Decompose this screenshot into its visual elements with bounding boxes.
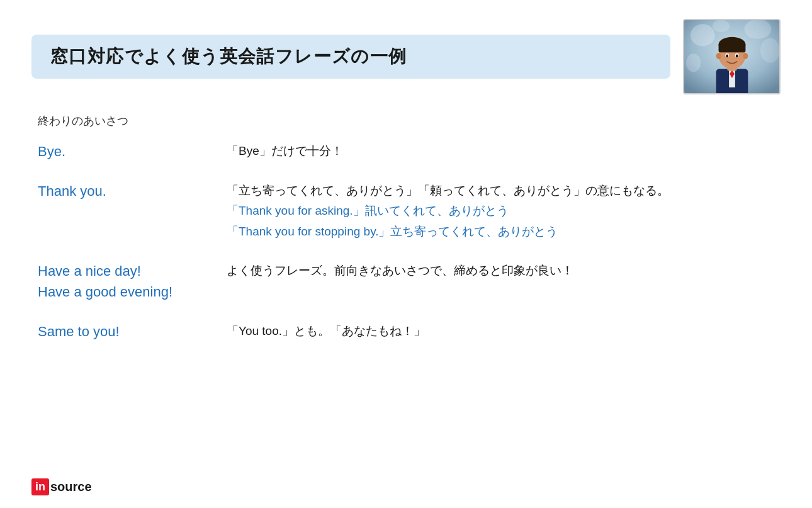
svg-point-4 [686, 54, 701, 72]
svg-point-2 [744, 20, 771, 39]
title-box: 窓口対応でよく使う英会話フレーズの一例 [31, 35, 670, 79]
content-area: Bye. 「Bye」だけで十分！ Thank you. 「立ち寄ってくれて、あり… [38, 141, 781, 342]
svg-point-17 [716, 53, 721, 59]
svg-rect-12 [719, 43, 746, 53]
phrase-english-bye: Bye. [38, 141, 227, 162]
phrase-row-thankyou: Thank you. 「立ち寄ってくれて、ありがとう」「頼ってくれて、ありがとう… [38, 181, 781, 242]
bottom-logo: in source [31, 478, 92, 495]
phrase-row-sametoyou: Same to you! 「You too.」とも。「あなたもね！」 [38, 321, 781, 342]
phrase-english-niceday: Have a nice day!Have a good evening! [38, 261, 227, 302]
logo-source: source [50, 480, 92, 494]
svg-point-15 [726, 55, 728, 58]
phrase-thankyou-line3: 「Thank you for stopping by.」立ち寄ってくれて、ありが… [227, 225, 558, 238]
phrase-japanese-bye: 「Bye」だけで十分！ [227, 141, 781, 161]
svg-point-5 [713, 20, 730, 32]
phrase-row-niceday: Have a nice day!Have a good evening! よく使… [38, 261, 781, 302]
section-label: 終わりのあいさつ [38, 113, 781, 128]
logo-in: in [31, 478, 49, 495]
avatar-image [684, 20, 779, 93]
phrase-english-thankyou: Thank you. [38, 181, 227, 201]
svg-point-3 [760, 38, 779, 63]
avatar-box [683, 19, 781, 94]
phrase-english-sametoyou: Same to you! [38, 321, 227, 342]
header-area: 窓口対応でよく使う英会話フレーズの一例 [31, 19, 781, 94]
phrase-japanese-sametoyou: 「You too.」とも。「あなたもね！」 [227, 321, 781, 341]
phrase-japanese-thankyou: 「立ち寄ってくれて、ありがとう」「頼ってくれて、ありがとう」の意にもなる。 「T… [227, 181, 781, 242]
svg-point-1 [691, 24, 715, 46]
phrase-row-bye: Bye. 「Bye」だけで十分！ [38, 141, 781, 162]
slide-title: 窓口対応でよく使う英会話フレーズの一例 [50, 47, 407, 66]
phrase-thankyou-line2: 「Thank you for asking.」訊いてくれて、ありがとう [227, 204, 509, 217]
svg-point-16 [736, 55, 738, 58]
phrase-japanese-niceday: よく使うフレーズ。前向きなあいさつで、締めると印象が良い！ [227, 261, 781, 281]
slide-container: 窓口対応でよく使う英会話フレーズの一例 [0, 0, 812, 508]
svg-point-18 [743, 53, 748, 59]
